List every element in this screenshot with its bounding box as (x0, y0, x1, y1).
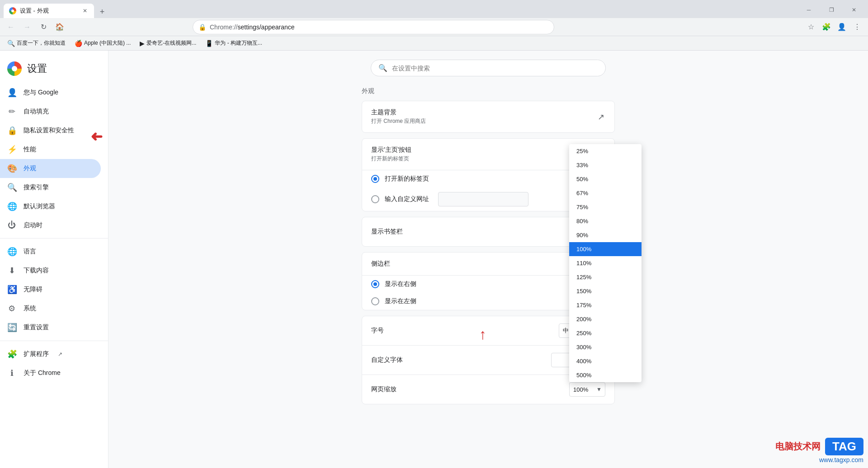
zoom-option-150[interactable]: 150% (569, 284, 642, 298)
downloads-icon: ⬇ (7, 266, 16, 276)
search-bar[interactable]: 🔍 (371, 60, 606, 76)
webpage-zoom-select[interactable]: 100% (569, 382, 605, 397)
performance-icon: ⚡ (7, 145, 16, 154)
zoom-option-125[interactable]: 125% (569, 270, 642, 284)
sidebar-item-accessibility[interactable]: ♿ 无障碍 (0, 280, 101, 299)
zoom-option-175[interactable]: 175% (569, 298, 642, 312)
sidebar-item-startup[interactable]: ⏻ 启动时 (0, 216, 101, 234)
minimize-button[interactable]: ─ (798, 4, 819, 16)
restore-button[interactable]: ❐ (821, 4, 842, 16)
sidebar-label-startup: 启动时 (24, 221, 42, 229)
profile-button[interactable]: 👤 (835, 20, 849, 34)
sidebar-header: 设置 (0, 58, 108, 83)
left-side-label: 显示在左侧 (385, 297, 416, 305)
address-bar[interactable]: 🔒 Chrome://settings/appearance (193, 20, 554, 34)
sidebar-label-extensions: 扩展程序 (24, 350, 49, 358)
sidebar-item-language[interactable]: 🌐 语言 (0, 242, 101, 261)
custom-url-radio[interactable] (371, 195, 379, 203)
sidebar-item-privacy[interactable]: 🔒 隐私设置和安全性 (0, 121, 101, 140)
bookmark-huawei[interactable]: 📱 华为 - 构建万物互... (202, 37, 266, 49)
active-tab[interactable]: 设置 - 外观 ✕ (4, 4, 94, 18)
search-input[interactable] (392, 65, 598, 72)
bookmark-star-button[interactable]: ☆ (804, 20, 818, 34)
bookmark-iqiyi[interactable]: ▶ 爱奇艺-在线视频网... (136, 37, 200, 49)
home-button-title: 显示'主页'按钮 (371, 146, 578, 154)
left-side-radio[interactable] (371, 297, 379, 305)
webpage-zoom-select-wrapper[interactable]: 100% ▼ (569, 382, 605, 397)
bookmarks-bar-title: 显示书签栏 (371, 228, 562, 236)
close-button[interactable]: ✕ (844, 4, 864, 16)
external-link-icon[interactable]: ↗ (596, 112, 605, 122)
sidebar-label-reset: 重置设置 (24, 323, 49, 332)
zoom-option-200[interactable]: 200% (569, 312, 642, 326)
zoom-option-90[interactable]: 90% (569, 228, 642, 242)
zoom-option-80[interactable]: 80% (569, 214, 642, 228)
forward-button[interactable]: → (20, 20, 34, 34)
settings-content-wrapper: 🔍 外观 主题背景 打开 Chrome 应用商店 ↗ (108, 51, 868, 468)
tab-favicon (9, 7, 16, 14)
sidebar-item-search[interactable]: 🔍 搜索引擎 (0, 178, 101, 197)
bookmarks-bar-info: 显示书签栏 (371, 228, 562, 236)
zoom-option-300[interactable]: 300% (569, 340, 642, 354)
bookmark-huawei-icon: 📱 (205, 40, 213, 47)
sidebar-item-reset[interactable]: 🔄 重置设置 (0, 318, 101, 337)
home-button[interactable]: 🏠 (52, 20, 67, 34)
zoom-info: 网页缩放 (371, 385, 562, 393)
bookmark-iqiyi-label: 爱奇艺-在线视频网... (146, 39, 196, 47)
sidebar-label-accessibility: 无障碍 (24, 285, 42, 294)
zoom-action[interactable]: 100% ▼ 25% 33% 50% 67% 75% (569, 382, 605, 397)
new-tab-label: 打开新的标签页 (385, 175, 429, 183)
chrome-logo (7, 61, 22, 76)
theme-action[interactable]: ↗ (596, 112, 605, 122)
tab-close-button[interactable]: ✕ (81, 7, 89, 14)
font-card: 字号 中（推荐） ▼ 自定义 (362, 316, 615, 404)
zoom-option-500[interactable]: 500% (569, 368, 642, 382)
zoom-option-100[interactable]: 100% (569, 242, 642, 256)
reset-icon: 🔄 (7, 323, 16, 332)
new-tab-radio[interactable] (371, 175, 379, 183)
bookmark-apple[interactable]: 🍎 Apple (中国大陆) ... (71, 37, 134, 49)
custom-url-label: 输入自定义网址 (385, 195, 429, 203)
zoom-option-110[interactable]: 110% (569, 256, 642, 270)
zoom-option-75[interactable]: 75% (569, 200, 642, 214)
home-button-subtitle: 打开新的标签页 (371, 155, 578, 163)
theme-row: 主题背景 打开 Chrome 应用商店 ↗ (362, 101, 614, 132)
sidebar-item-about[interactable]: ℹ 关于 Chrome (0, 364, 101, 383)
language-icon: 🌐 (7, 247, 16, 257)
sidebar-item-default-browser[interactable]: 🌐 默认浏览器 (0, 197, 101, 216)
reload-button[interactable]: ↻ (36, 20, 51, 34)
sidebar-label-default-browser: 默认浏览器 (24, 202, 55, 211)
zoom-option-400[interactable]: 400% (569, 354, 642, 368)
menu-button[interactable]: ⋮ (850, 20, 864, 34)
sidebar-item-downloads[interactable]: ⬇ 下载内容 (0, 261, 101, 280)
branding-block: 电脑技术网 TAG www.tagxp.com (775, 438, 863, 463)
sidebar-item-appearance[interactable]: 🎨 外观 (0, 159, 101, 178)
sidebar-label-google: 您与 Google (24, 89, 58, 97)
sidebar-item-google[interactable]: 👤 您与 Google (0, 83, 101, 102)
bookmark-apple-label: Apple (中国大陆) ... (84, 39, 131, 47)
custom-url-input[interactable] (438, 192, 528, 206)
tab-area: 设置 - 外观 ✕ + (4, 4, 798, 18)
extensions-button[interactable]: 🧩 (819, 20, 834, 34)
tag-box: TAG (825, 438, 863, 455)
sidebar-item-performance[interactable]: ⚡ 性能 (0, 140, 101, 159)
toolbar: ← → ↻ 🏠 🔒 Chrome://settings/appearance ☆… (0, 18, 868, 36)
zoom-option-67[interactable]: 67% (569, 186, 642, 200)
zoom-option-50[interactable]: 50% (569, 172, 642, 186)
bookmark-baidu[interactable]: 🔍 百度一下，你就知道 (4, 37, 69, 49)
appearance-icon: 🎨 (7, 164, 16, 173)
webpage-zoom-value: 100% (573, 386, 588, 393)
zoom-option-250[interactable]: 250% (569, 326, 642, 340)
back-button[interactable]: ← (4, 20, 18, 34)
sidebar-item-autofill[interactable]: ✏ 自动填充 (0, 102, 101, 121)
new-tab-button[interactable]: + (96, 5, 108, 18)
bookmarks-bar: 🔍 百度一下，你就知道 🍎 Apple (中国大陆) ... ▶ 爱奇艺-在线视… (0, 36, 868, 51)
right-side-radio[interactable] (371, 280, 379, 288)
accessibility-icon: ♿ (7, 285, 16, 295)
zoom-option-33[interactable]: 33% (569, 158, 642, 172)
zoom-option-25[interactable]: 25% (569, 144, 642, 158)
sidebar-item-extensions[interactable]: 🧩 扩展程序 ↗ (0, 345, 101, 364)
sidebar-item-system[interactable]: ⚙ 系统 (0, 299, 101, 318)
branding-text: 电脑技术网 (775, 440, 821, 453)
sidebar-label-performance: 性能 (24, 145, 36, 154)
